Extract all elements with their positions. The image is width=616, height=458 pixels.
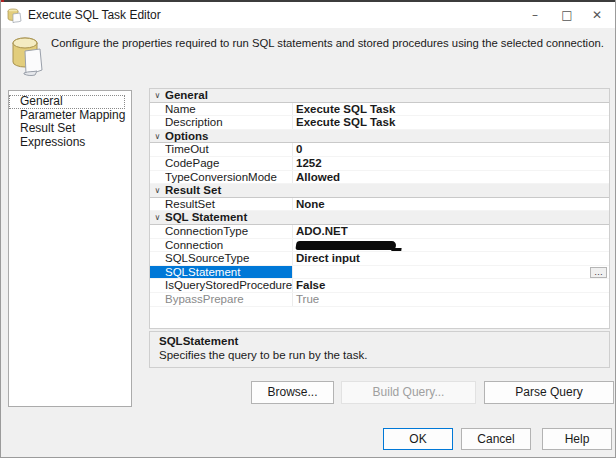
property-name: ResultSet — [165, 198, 292, 211]
property-name: Name — [165, 103, 292, 116]
page-list: General Parameter Mapping Result Set Exp… — [8, 90, 132, 407]
property-name: IsQueryStoredProcedure — [165, 279, 292, 292]
row-codepage[interactable]: CodePage 1252 — [150, 157, 609, 171]
row-bypassprepare[interactable]: BypassPrepare True — [150, 293, 609, 307]
row-sqlstatement-selected[interactable]: SQLStatement CREATE TABLE Test_abc ( tas… — [150, 266, 609, 280]
row-isquerystoredprocedure[interactable]: IsQueryStoredProcedure False — [150, 279, 609, 293]
property-value: True — [292, 293, 609, 306]
property-name: TypeConversionMode — [165, 171, 292, 184]
property-name: TimeOut — [165, 143, 292, 156]
property-value-redacted[interactable] — [292, 239, 609, 252]
property-name: BypassPrepare — [165, 293, 292, 306]
build-query-button: Build Query... — [341, 381, 476, 404]
category-result-set[interactable]: ∨ Result Set — [150, 184, 609, 198]
title-bar[interactable]: Execute SQL Task Editor – □ ✕ — [1, 2, 615, 28]
row-resultset[interactable]: ResultSet None — [150, 198, 609, 212]
property-name: SQLStatement — [165, 266, 292, 279]
property-description-panel: SQLStatement Specifies the query to be r… — [149, 331, 610, 368]
row-name[interactable]: Name Execute SQL Task — [150, 103, 609, 117]
chevron-down-icon[interactable]: ∨ — [150, 130, 165, 143]
selected-property-name: SQLStatement — [159, 335, 600, 347]
row-description[interactable]: Description Execute SQL Task — [150, 116, 609, 130]
property-value[interactable]: False — [292, 279, 609, 292]
property-value[interactable]: 0 — [292, 143, 609, 156]
chevron-down-icon[interactable]: ∨ — [150, 211, 165, 224]
sidebar-item-general[interactable]: General — [9, 95, 125, 109]
window-title: Execute SQL Task Editor — [28, 2, 161, 28]
chevron-down-icon[interactable]: ∨ — [150, 184, 165, 197]
execute-sql-task-small-icon — [7, 8, 22, 23]
category-sql-statement[interactable]: ∨ SQL Statement — [150, 211, 609, 225]
property-value[interactable]: ADO.NET — [292, 225, 609, 238]
property-name: CodePage — [165, 157, 292, 170]
property-value[interactable]: None — [292, 198, 609, 211]
property-value[interactable]: Direct input — [292, 252, 609, 265]
maximize-icon[interactable]: □ — [551, 2, 583, 28]
property-value[interactable]: Allowed — [292, 171, 609, 184]
parse-query-button[interactable]: Parse Query — [484, 381, 614, 404]
chevron-down-icon[interactable]: ∨ — [150, 89, 165, 102]
ok-button[interactable]: OK — [383, 428, 453, 450]
property-value[interactable]: 1252 — [292, 157, 609, 170]
execute-sql-task-editor-dialog: Execute SQL Task Editor – □ ✕ Configure … — [0, 0, 616, 458]
property-name: ConnectionType — [165, 225, 292, 238]
row-timeout[interactable]: TimeOut 0 — [150, 143, 609, 157]
property-name: SQLSourceType — [165, 252, 292, 265]
category-options[interactable]: ∨ Options — [150, 130, 609, 144]
row-connection[interactable]: Connection — [150, 239, 609, 253]
property-value: CREATE TABLE Test_abc ( task_id INT AUTO… — [292, 266, 609, 279]
property-name: Description — [165, 116, 292, 129]
minimize-icon[interactable]: – — [519, 2, 551, 28]
execute-sql-task-icon — [11, 36, 47, 78]
selected-property-description: Specifies the query to be run by the tas… — [159, 349, 600, 361]
sidebar-item-result-set[interactable]: Result Set — [9, 122, 131, 136]
row-sqlsourcetype[interactable]: SQLSourceType Direct input — [150, 252, 609, 266]
ellipsis-button[interactable]: … — [590, 267, 607, 278]
category-general[interactable]: ∨ General — [150, 89, 609, 103]
sidebar-item-expressions[interactable]: Expressions — [9, 136, 131, 150]
browse-button[interactable]: Browse... — [251, 381, 334, 404]
cancel-button[interactable]: Cancel — [461, 428, 531, 450]
property-value[interactable]: Execute SQL Task — [292, 103, 609, 116]
property-grid: ∨ General Name Execute SQL Task Descript… — [149, 88, 610, 329]
help-button[interactable]: Help — [542, 428, 612, 450]
row-connectiontype[interactable]: ConnectionType ADO.NET — [150, 225, 609, 239]
close-icon[interactable]: ✕ — [581, 2, 613, 28]
property-value[interactable]: Execute SQL Task — [292, 116, 609, 129]
dialog-description: Configure the properties required to run… — [51, 37, 604, 49]
row-typeconversionmode[interactable]: TypeConversionMode Allowed — [150, 171, 609, 185]
property-name: Connection — [165, 239, 292, 252]
sidebar-item-parameter-mapping[interactable]: Parameter Mapping — [9, 109, 131, 123]
redaction-scribble — [295, 241, 396, 250]
